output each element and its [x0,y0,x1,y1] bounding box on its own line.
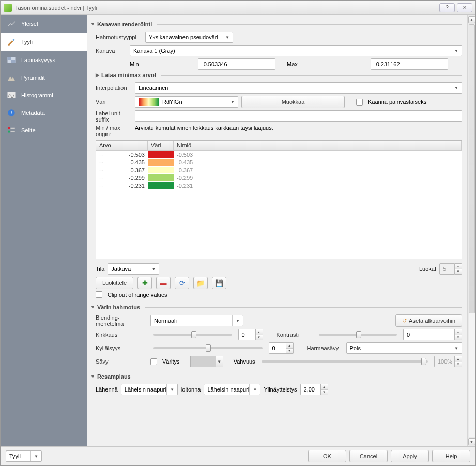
spin-down-icon[interactable]: ▼ [455,362,462,367]
color-ramp-select[interactable]: RdYlGn▼ [135,96,238,108]
cell-label: -0.503 [174,152,462,158]
oversampling-spinner[interactable]: 2,00▲▼ [300,384,328,395]
reset-icon: ↺ [402,318,407,324]
spin-down-icon[interactable]: ▼ [455,269,462,275]
max-input[interactable]: -0.231162 [371,58,448,70]
table-row[interactable]: -0.299-0.299 [96,174,462,182]
help-window-button[interactable]: ? [439,3,455,12]
col-color[interactable]: Väri [148,141,174,150]
blending-label: Blending-menetelmä [96,314,147,327]
min-input[interactable]: -0.503346 [198,58,275,70]
svg-rect-9 [11,131,15,132]
window-title: Tason ominaisuudet - ndvi | Tyyli [15,5,437,11]
sidebar-item-histogram[interactable]: Histogrammi [1,86,87,104]
interpolation-label: Interpolation [96,85,132,91]
suffix-input[interactable] [135,110,462,122]
blending-select[interactable]: Normaali▼ [150,315,243,326]
grayscale-select[interactable]: Pois▼ [346,342,463,354]
spin-up-icon[interactable]: ▲ [455,329,462,335]
saturation-label: Kylläisyys [96,345,147,351]
spin-down-icon[interactable]: ▼ [286,349,293,354]
app-icon [4,4,12,12]
help-button[interactable]: Help [432,450,470,462]
style-menu-button[interactable]: Tyyli▼ [6,450,42,462]
render-type-select[interactable]: Yksikanavainen pseudoväri▼ [145,32,233,43]
svg-rect-6 [8,127,10,129]
interpolation-select[interactable]: Lineaarinen▼ [135,82,462,94]
collapse-icon: ▼ [90,305,95,310]
sidebar-item-general[interactable]: Yleiset [1,15,87,33]
spin-up-icon[interactable]: ▲ [286,343,293,349]
color-label: Väri [96,99,132,105]
apply-button[interactable]: Apply [391,450,429,462]
colorize-checkbox[interactable] [150,358,157,365]
reset-button[interactable]: ↺Aseta alkuarvoihin [395,314,462,327]
save-button[interactable]: 💾 [212,277,226,289]
svg-rect-8 [11,128,15,129]
zoomin-select[interactable]: Läheisin naapuri▼ [121,384,178,395]
spin-up-icon[interactable]: ▲ [256,329,263,335]
col-value[interactable]: Arvo [96,141,148,150]
section-band-rendering[interactable]: ▼Kanavan renderöinti [90,21,462,27]
spin-down-icon[interactable]: ▼ [455,335,462,340]
sidebar-label: Tyyli [21,39,33,45]
spin-down-icon[interactable]: ▼ [256,335,263,340]
histogram-icon [6,91,17,100]
saturation-spinner[interactable]: 0▲▼ [269,342,294,354]
ok-button[interactable]: OK [308,450,346,462]
sidebar-item-transparency[interactable]: Läpinäkyvyys [1,51,87,69]
classes-spinner[interactable]: 5▲▼ [439,263,462,275]
clip-checkbox[interactable] [96,291,102,298]
spin-up-icon[interactable]: ▲ [455,356,462,362]
strength-slider[interactable] [262,360,428,363]
legend-icon [6,126,17,135]
sidebar-item-style[interactable]: Tyyli [1,33,87,51]
spin-up-icon[interactable]: ▲ [455,264,462,269]
table-row[interactable]: -0.503-0.503 [96,151,462,158]
hue-color-picker[interactable]: ▼ [190,356,223,367]
col-label[interactable]: Nimiö [174,141,462,150]
section-load-minmax[interactable]: ▶Lataa min/max arvot [96,72,462,78]
sidebar-label: Pyramidit [21,74,45,81]
cancel-button[interactable]: Cancel [349,450,388,462]
close-window-button[interactable]: ✕ [457,3,472,12]
strength-spinner[interactable]: 100%▲▼ [434,356,462,367]
vertical-scrollbar[interactable]: ▲ ▼ [467,15,475,446]
classify-button[interactable]: Luokittele [96,277,133,289]
sidebar-item-legend[interactable]: Selite [1,122,87,139]
chevron-down-icon: ▼ [148,264,156,274]
brightness-spinner[interactable]: 0▲▼ [238,329,263,340]
refresh-button[interactable]: ⟳ [175,277,189,289]
scroll-thumb[interactable] [469,24,475,313]
brightness-slider[interactable] [153,334,232,336]
sidebar-item-pyramids[interactable]: Pyramidit [1,69,87,86]
titlebar: Tason ominaisuudet - ndvi | Tyyli ? ✕ [1,1,475,15]
spin-down-icon[interactable]: ▼ [321,390,328,395]
cell-value: -0.503 [96,152,148,158]
sidebar-item-metadata[interactable]: iMetadata [1,104,87,122]
scroll-down-icon[interactable]: ▼ [468,438,475,445]
saturation-slider[interactable] [153,347,263,349]
table-row[interactable]: -0.231-0.231 [96,182,462,189]
zoomout-select[interactable]: Läheisin naapuri▼ [204,384,260,395]
edit-ramp-button[interactable]: Muokkaa [241,96,345,108]
table-row[interactable]: -0.435-0.435 [96,158,462,166]
collapse-icon: ▼ [90,22,95,27]
section-resampling[interactable]: ▼Resamplaus [90,373,462,380]
colorize-label: Väritys [162,358,180,365]
grayscale-label: Harmaasävy [307,345,343,351]
mode-select[interactable]: Jatkuva▼ [108,263,159,275]
remove-entry-button[interactable]: ▬ [156,277,171,289]
table-row[interactable]: -0.367-0.367 [96,166,462,174]
open-folder-button[interactable]: 📁 [193,277,208,289]
contrast-slider[interactable] [319,334,397,336]
band-select[interactable]: Kanava 1 (Gray)▼ [130,45,462,56]
section-color-rendering[interactable]: ▼Värin hahmotus [90,304,462,310]
invert-checkbox[interactable] [356,99,363,106]
contrast-spinner[interactable]: 0▲▼ [403,329,462,340]
scroll-track[interactable] [469,24,475,437]
cell-label: -0.231 [174,183,462,189]
spin-up-icon[interactable]: ▲ [321,384,328,390]
scroll-up-icon[interactable]: ▲ [468,16,475,23]
add-entry-button[interactable]: ✚ [137,277,152,289]
